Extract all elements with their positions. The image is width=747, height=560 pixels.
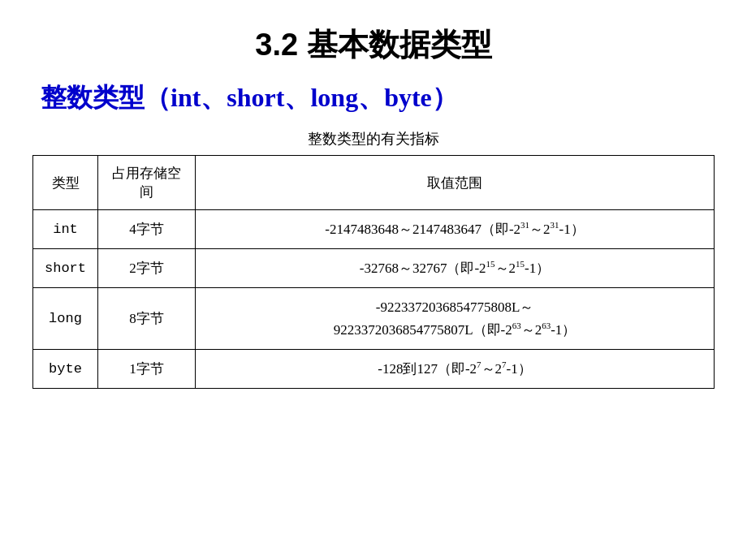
table-row: long 8字节 -9223372036854775808L～922337203… — [33, 288, 715, 349]
type-byte: byte — [33, 349, 98, 388]
storage-int: 4字节 — [98, 210, 196, 249]
data-table: 类型 占用存储空间 取值范围 int 4字节 -2147483648～21474… — [32, 155, 715, 389]
range-int: -2147483648～2147483647（即-231～231-1） — [196, 210, 715, 249]
col-header-type: 类型 — [33, 156, 98, 210]
table-row: int 4字节 -2147483648～2147483647（即-231～231… — [33, 210, 715, 249]
range-short: -32768～32767（即-215～215-1） — [196, 249, 715, 288]
table-header-row: 类型 占用存储空间 取值范围 — [33, 156, 715, 210]
col-header-storage: 占用存储空间 — [98, 156, 196, 210]
type-int: int — [33, 210, 98, 249]
storage-byte: 1字节 — [98, 349, 196, 388]
table-row: short 2字节 -32768～32767（即-215～215-1） — [33, 249, 715, 288]
type-short: short — [33, 249, 98, 288]
main-title: 3.2 基本数据类型 — [255, 24, 491, 66]
table-row: byte 1字节 -128到127（即-27～27-1） — [33, 349, 715, 388]
type-long: long — [33, 288, 98, 349]
range-long: -9223372036854775808L～922337203685477580… — [196, 288, 715, 349]
subtitle: 整数类型（int、short、long、byte） — [32, 80, 715, 116]
storage-short: 2字节 — [98, 249, 196, 288]
range-byte: -128到127（即-27～27-1） — [196, 349, 715, 388]
storage-long: 8字节 — [98, 288, 196, 349]
col-header-range: 取值范围 — [196, 156, 715, 210]
table-caption: 整数类型的有关指标 — [308, 129, 439, 149]
